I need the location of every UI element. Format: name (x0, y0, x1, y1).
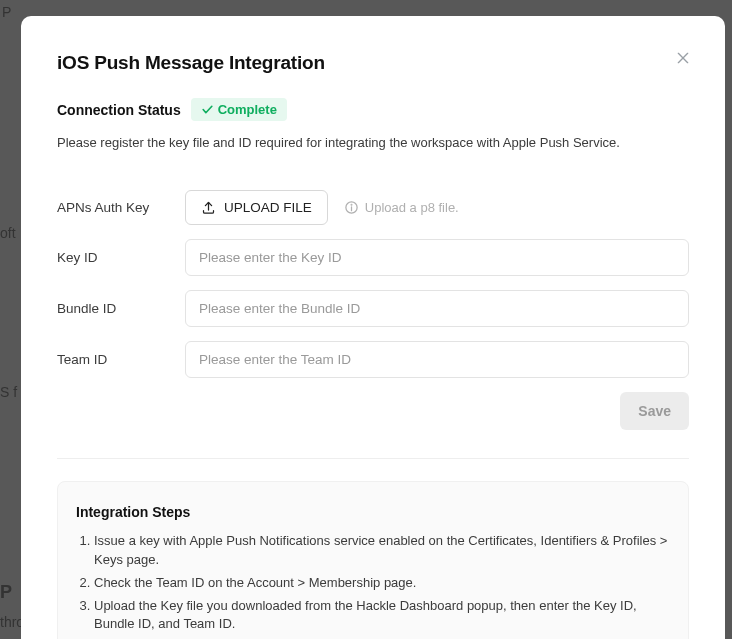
bg-fragment: P (0, 582, 12, 603)
info-icon (344, 200, 359, 215)
svg-point-5 (351, 204, 352, 205)
integration-steps-box: Integration Steps Issue a key with Apple… (57, 481, 689, 639)
close-button[interactable] (671, 46, 695, 70)
team-id-label: Team ID (57, 352, 185, 367)
bundle-id-label: Bundle ID (57, 301, 185, 316)
connection-status-row: Connection Status Complete (57, 98, 689, 121)
connection-status-label: Connection Status (57, 102, 181, 118)
status-badge-text: Complete (218, 102, 277, 117)
save-button[interactable]: Save (620, 392, 689, 430)
integration-steps-list: Issue a key with Apple Push Notification… (76, 532, 670, 639)
key-id-input[interactable] (185, 239, 689, 276)
upload-button-label: UPLOAD FILE (224, 200, 312, 215)
key-id-label: Key ID (57, 250, 185, 265)
form-actions: Save (57, 392, 689, 430)
upload-hint-text: Upload a p8 file. (365, 200, 459, 215)
auth-key-label: APNs Auth Key (57, 200, 185, 215)
integration-form: APNs Auth Key UPLOAD FILE Upload a p8 fi… (57, 190, 689, 430)
upload-hint: Upload a p8 file. (344, 200, 459, 215)
ios-push-integration-modal: iOS Push Message Integration Connection … (21, 16, 725, 639)
status-badge: Complete (191, 98, 287, 121)
bg-fragment: P (2, 4, 11, 20)
upload-icon (201, 200, 216, 215)
modal-description: Please register the key file and ID requ… (57, 135, 689, 150)
integration-step: Issue a key with Apple Push Notification… (94, 532, 670, 570)
bg-fragment: oft (0, 225, 16, 241)
bundle-id-row: Bundle ID (57, 290, 689, 327)
close-icon (675, 50, 691, 66)
team-id-input[interactable] (185, 341, 689, 378)
modal-header: iOS Push Message Integration (57, 52, 689, 74)
key-id-row: Key ID (57, 239, 689, 276)
integration-steps-title: Integration Steps (76, 504, 670, 520)
auth-key-row: APNs Auth Key UPLOAD FILE Upload a p8 fi… (57, 190, 689, 225)
check-icon (201, 103, 214, 116)
upload-file-button[interactable]: UPLOAD FILE (185, 190, 328, 225)
bg-fragment: S f (0, 384, 17, 400)
bundle-id-input[interactable] (185, 290, 689, 327)
modal-title: iOS Push Message Integration (57, 52, 325, 74)
team-id-row: Team ID (57, 341, 689, 378)
divider (57, 458, 689, 459)
integration-step: Upload the Key file you downloaded from … (94, 597, 670, 635)
integration-step: Check the Team ID on the Account > Membe… (94, 574, 670, 593)
